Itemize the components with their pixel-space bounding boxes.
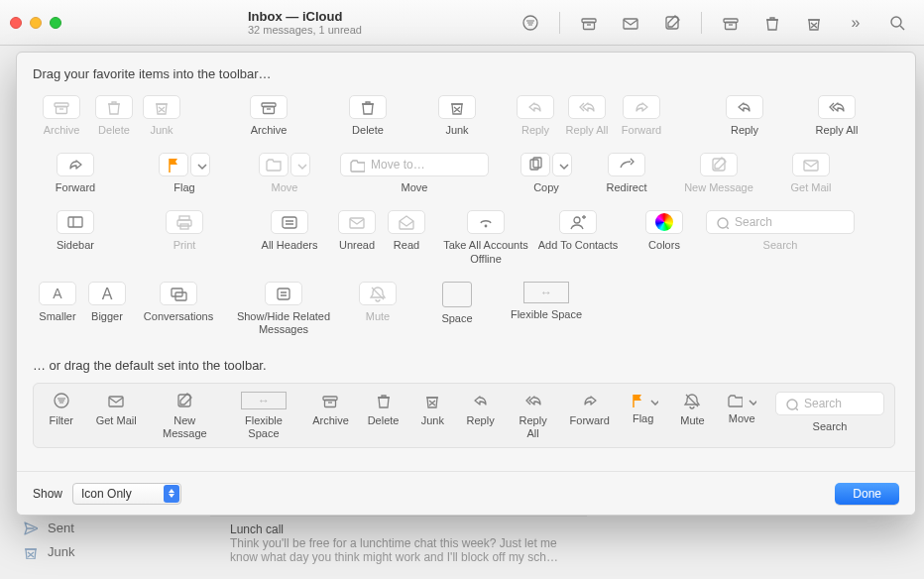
default-flexible-space[interactable]: ↔ Flexible Space [232, 392, 295, 440]
junk-icon [438, 95, 476, 119]
toolbar-existing: » [514, 10, 914, 36]
redirect-icon [608, 153, 645, 176]
chevron-down-icon [552, 153, 572, 176]
default-reply[interactable]: Reply [464, 392, 496, 427]
item-flag[interactable]: Flag [142, 153, 227, 194]
item-sidebar[interactable]: Sidebar [33, 210, 118, 265]
default-move[interactable]: Move [725, 392, 759, 425]
message-preview[interactable]: Lunch call Think you'll be free for a lu… [210, 516, 587, 570]
stepper-arrows-icon [164, 485, 179, 503]
item-archive-group[interactable]: Archive [33, 95, 90, 137]
default-junk[interactable]: Junk [416, 392, 448, 427]
archive-icon [250, 95, 288, 119]
item-colors[interactable]: Colors [628, 210, 701, 265]
offline-icon [467, 210, 505, 234]
item-unread[interactable]: Unread [332, 210, 382, 265]
item-add-contacts[interactable]: Add To Contacts [528, 210, 628, 265]
default-archive[interactable]: Archive [311, 392, 350, 427]
item-read[interactable]: Read [382, 210, 431, 265]
minimize-window-button[interactable] [30, 17, 42, 29]
item-forward[interactable]: Forward [33, 153, 118, 194]
default-search[interactable]: Search Search [775, 392, 884, 433]
instruction-top: Drag your favorite items into the toolba… [33, 66, 899, 81]
item-archive[interactable]: Archive [219, 95, 318, 137]
forward-icon [57, 153, 94, 176]
reply-icon [726, 95, 763, 119]
default-reply-all[interactable]: Reply All [513, 392, 554, 440]
reply-all-icon [818, 95, 856, 119]
trash-icon [95, 95, 133, 119]
close-window-button[interactable] [10, 17, 22, 29]
flexible-space-box: ↔ [523, 282, 569, 303]
item-copy[interactable]: Copy [509, 153, 584, 194]
search-field[interactable]: Search [706, 210, 855, 234]
item-move-chevron[interactable]: Move [247, 153, 322, 194]
item-search-field[interactable]: Search Search [701, 210, 860, 265]
toolbar-item-palette: Archive Delete Junk Archive Delete Junk [33, 95, 905, 352]
item-reply[interactable]: Reply [695, 95, 794, 137]
sidebar-item-sent[interactable]: Sent [22, 516, 198, 539]
trash-icon [349, 95, 387, 119]
envelope-open-icon [388, 210, 425, 234]
filter-icon[interactable] [514, 10, 547, 36]
junk-icon[interactable] [797, 10, 831, 36]
window-subtitle: 32 messages, 1 unread [248, 24, 362, 36]
default-toolbar-set[interactable]: Filter Get Mail New Message ↔ Flexible S… [33, 383, 895, 447]
add-contact-icon [559, 210, 597, 234]
sidebar-item-junk[interactable]: Junk [22, 539, 198, 563]
item-all-headers[interactable]: All Headers [247, 210, 332, 265]
done-button[interactable]: Done [835, 483, 899, 505]
junk-icon [143, 95, 180, 119]
envelope-icon [338, 210, 376, 234]
mute-icon [359, 282, 397, 305]
item-redirect[interactable]: Redirect [584, 153, 669, 194]
default-forward[interactable]: Forward [570, 392, 610, 427]
item-reply-all-group[interactable]: Reply All [560, 95, 614, 137]
default-get-mail[interactable]: Get Mail [94, 392, 137, 427]
instruction-default: … or drag the default set into the toolb… [33, 358, 899, 373]
archive-icon[interactable] [714, 10, 748, 36]
chevron-down-icon [190, 153, 210, 176]
window-controls[interactable] [10, 17, 61, 29]
item-junk-group[interactable]: Junk [138, 95, 185, 137]
item-conversations[interactable]: Conversations [136, 282, 221, 336]
flag-icon [159, 153, 188, 176]
message-preview-body: Think you'll be free for a lunchtime cha… [230, 536, 567, 564]
item-move-field[interactable]: Move to… Move [330, 153, 499, 194]
envelope-icon[interactable] [614, 10, 647, 36]
default-flag[interactable]: Flag [626, 392, 660, 425]
item-space[interactable]: Space [417, 282, 497, 336]
item-related[interactable]: Show/Hide Related Messages [229, 282, 338, 336]
item-bigger[interactable]: Bigger [82, 282, 132, 336]
item-delete-group[interactable]: Delete [90, 95, 138, 137]
item-smaller[interactable]: Smaller [33, 282, 82, 336]
space-box [442, 282, 472, 307]
item-print[interactable]: Print [142, 210, 227, 265]
color-wheel-icon [645, 210, 683, 234]
default-filter[interactable]: Filter [44, 392, 78, 427]
item-flexible-space[interactable]: ↔ Flexible Space [497, 282, 596, 336]
item-take-offline[interactable]: Take All Accounts Offline [443, 210, 528, 265]
sidebar-icon [57, 210, 94, 234]
item-reply-all[interactable]: Reply All [794, 95, 879, 137]
default-delete[interactable]: Delete [366, 392, 401, 427]
zoom-window-button[interactable] [50, 17, 61, 29]
customize-toolbar-sheet: Drag your favorite items into the toolba… [16, 52, 916, 516]
item-mute[interactable]: Mute [338, 282, 417, 336]
item-forward-group[interactable]: Forward [614, 95, 669, 137]
trash-icon[interactable] [755, 10, 789, 36]
envelope-icon [792, 153, 830, 176]
show-mode-select[interactable]: Icon Only [72, 483, 181, 505]
search-icon[interactable] [880, 10, 914, 36]
archive-icon[interactable] [572, 10, 606, 36]
item-reply-group[interactable]: Reply [511, 95, 560, 137]
item-delete[interactable]: Delete [318, 95, 417, 137]
default-mute[interactable]: Mute [676, 392, 708, 427]
item-new-message[interactable]: New Message [669, 153, 768, 194]
default-new-message[interactable]: New Message [154, 392, 216, 440]
item-junk[interactable]: Junk [417, 95, 497, 137]
move-to-field[interactable]: Move to… [340, 153, 489, 176]
item-get-mail[interactable]: Get Mail [768, 153, 854, 194]
overflow-icon[interactable]: » [839, 10, 872, 36]
compose-icon[interactable] [655, 10, 689, 36]
